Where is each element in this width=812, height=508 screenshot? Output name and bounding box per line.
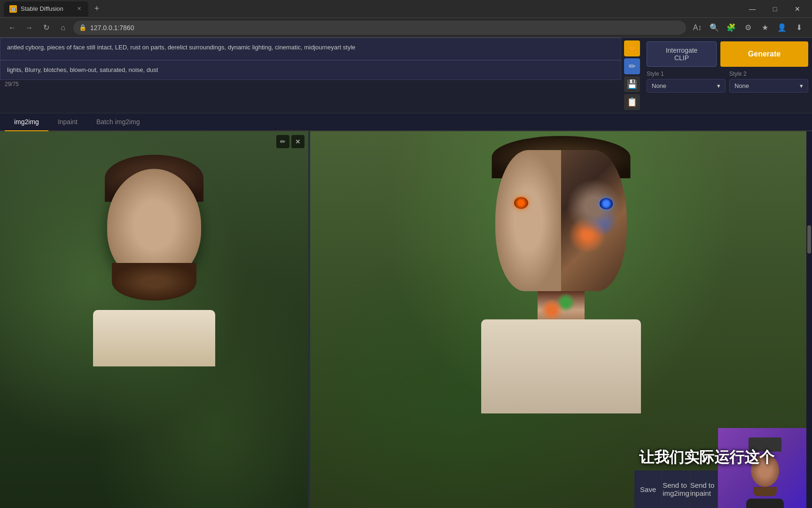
send-to-img2img-button[interactable]: Send to img2img (662, 470, 690, 508)
scrollbar-thumb[interactable] (807, 225, 811, 254)
positive-prompt-box[interactable]: antled cyborg, pieces of face still inta… (0, 38, 621, 60)
tab-img2img[interactable]: img2img (5, 113, 48, 131)
video-face (751, 454, 779, 487)
address-bar[interactable]: 🔒 127.0.0.1:7860 (73, 21, 686, 35)
mech-eye-left (514, 197, 528, 209)
person-shirt (93, 310, 215, 366)
cyborg-face (495, 150, 627, 301)
style1-group: Style 1 None ▾ (647, 71, 726, 93)
bookmark-icon[interactable]: ★ (757, 20, 773, 35)
video-body (746, 499, 784, 508)
style1-value: None (652, 82, 666, 89)
cyborg-shirt (481, 319, 641, 413)
face-mech-half (561, 150, 627, 291)
prompt-area: antled cyborg, pieces of face still inta… (0, 38, 812, 113)
input-image-bg (0, 131, 308, 508)
settings-icon[interactable]: ⚙ (741, 20, 756, 35)
address-text: 127.0.0.1:7860 (90, 24, 134, 32)
new-tab-button[interactable]: + (90, 2, 103, 16)
minimize-button[interactable]: — (742, 1, 763, 16)
save-side-button[interactable]: 💾 (624, 76, 640, 92)
style1-select[interactable]: None ▾ (647, 79, 726, 93)
tab-inpaint[interactable]: Inpaint (48, 113, 87, 131)
copy-side-button[interactable]: 📋 (624, 94, 640, 110)
output-image-container: 让我们实际运行这个 Save Send to img2img Send to i… (310, 131, 812, 508)
window-controls: — □ ✕ (742, 1, 808, 16)
lock-icon: 🔒 (79, 24, 86, 31)
mech-eye-right (600, 198, 613, 209)
input-panel: ✏ ✕ (0, 131, 310, 508)
profile-icon[interactable]: 👤 (774, 20, 789, 35)
back-button[interactable]: ← (6, 21, 19, 34)
video-beard (753, 487, 777, 496)
style2-group: Style 2 None ▾ (729, 71, 808, 93)
home-button[interactable]: ⌂ (56, 21, 70, 34)
tabs-row: img2img Inpaint Batch img2img (0, 113, 812, 131)
extension-icon[interactable]: 🧩 (724, 20, 739, 35)
translate-icon[interactable]: A↕ (690, 20, 705, 35)
browser-tab[interactable]: 🤖 Stable Diffusion ✕ (4, 1, 88, 16)
right-scrollbar[interactable] (806, 131, 812, 508)
interrogate-generate-area: Interrogate CLIP Generate Style 1 None ▾… (643, 38, 812, 113)
close-image-button[interactable]: ✕ (291, 135, 304, 148)
address-bar-row: ← → ↻ ⌂ 🔒 127.0.0.1:7860 A↕ 🔍 🧩 ⚙ ★ 👤 ⬇ (0, 18, 812, 38)
video-person (742, 437, 789, 499)
negative-prompt-box[interactable]: lights, Blurry, blotches, blown-out, sat… (0, 60, 621, 80)
tab-batch-img2img[interactable]: Batch img2img (87, 113, 149, 131)
style2-chevron-icon: ▾ (800, 82, 803, 89)
zoom-icon[interactable]: 🔍 (707, 20, 722, 35)
style2-value: None (734, 82, 749, 89)
interrogate-side-button[interactable]: 🔆 (624, 40, 640, 56)
forward-button[interactable]: → (23, 21, 36, 34)
prompt-counter: 29/75 (0, 80, 621, 88)
style2-select[interactable]: None ▾ (729, 79, 808, 93)
interrogate-clip-button[interactable]: Interrogate CLIP (647, 41, 717, 67)
tab-close-button[interactable]: ✕ (75, 5, 83, 13)
style1-chevron-icon: ▾ (717, 82, 720, 89)
input-image-container: ✏ ✕ (0, 131, 308, 508)
image-controls: ✏ ✕ (276, 135, 304, 148)
bottom-action-bar: Save Send to img2img Send to inpaint (634, 470, 718, 508)
edit-side-button[interactable]: ✏ (624, 58, 640, 74)
browser-chrome: 🤖 Stable Diffusion ✕ + — □ ✕ (0, 0, 812, 18)
maximize-button[interactable]: □ (764, 1, 786, 16)
window-close-button[interactable]: ✕ (787, 1, 808, 16)
video-hat (749, 437, 781, 452)
toolbar-icons: A↕ 🔍 🧩 ⚙ ★ 👤 ⬇ (690, 20, 806, 35)
prompt-left: antled cyborg, pieces of face still inta… (0, 38, 621, 113)
download-icon[interactable]: ⬇ (791, 20, 806, 35)
refresh-button[interactable]: ↻ (39, 21, 53, 34)
generate-button[interactable]: Generate (720, 41, 808, 67)
save-button[interactable]: Save (634, 470, 662, 508)
tab-bar: 🤖 Stable Diffusion ✕ + (4, 0, 103, 18)
main-content: antled cyborg, pieces of face still inta… (0, 38, 812, 508)
prompt-side-buttons: 🔆 ✏ 💾 📋 (621, 38, 643, 113)
person-beard (112, 263, 196, 301)
edit-image-button[interactable]: ✏ (276, 135, 289, 148)
input-person-figure (65, 141, 243, 366)
style-selectors: Style 1 None ▾ Style 2 None ▾ (647, 71, 808, 93)
style2-label: Style 2 (729, 71, 808, 77)
tab-title: Stable Diffusion (21, 5, 63, 12)
cyborg-figure (444, 131, 679, 413)
video-overlay (718, 428, 812, 508)
face-human-half (495, 150, 561, 291)
mech-layer (561, 150, 627, 291)
tab-favicon-icon: 🤖 (9, 5, 17, 13)
work-area: ✏ ✕ (0, 131, 812, 508)
style1-label: Style 1 (647, 71, 726, 77)
output-panel: 让我们实际运行这个 Save Send to img2img Send to i… (310, 131, 812, 508)
send-to-inpaint-button[interactable]: Send to inpaint (690, 470, 718, 508)
